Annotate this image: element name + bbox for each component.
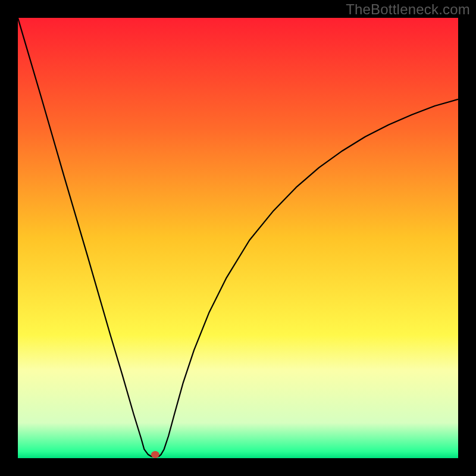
watermark-text: TheBottleneck.com	[346, 1, 470, 18]
optimal-point-marker	[151, 451, 159, 458]
plot-area	[18, 18, 458, 458]
chart-svg	[18, 18, 458, 458]
chart-frame: TheBottleneck.com	[0, 0, 476, 476]
gradient-background	[18, 18, 458, 458]
